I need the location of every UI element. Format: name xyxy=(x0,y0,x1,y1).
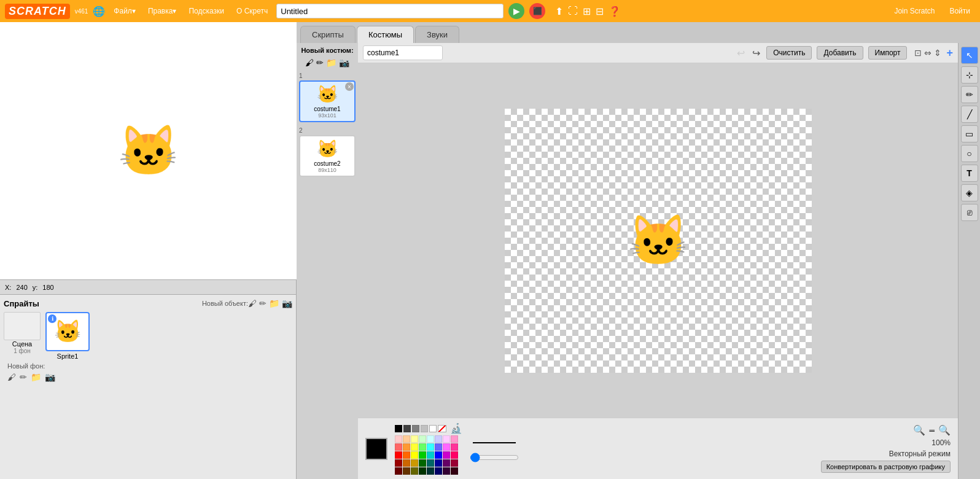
flip-v-icon[interactable]: ⇕ xyxy=(934,48,941,58)
swatch-1-3[interactable] xyxy=(419,443,426,451)
swatch-2-1[interactable] xyxy=(403,451,410,459)
swatch-4-5[interactable] xyxy=(435,467,442,475)
redo-button[interactable]: ↪ xyxy=(751,46,761,60)
swatch-3-4[interactable] xyxy=(427,459,434,467)
swatch-0-5[interactable] xyxy=(435,435,442,443)
rect-tool-button[interactable]: ▭ xyxy=(961,125,978,142)
reshape-tool-button[interactable]: ⊹ xyxy=(961,66,978,84)
eyedropper-button[interactable]: 🔬 xyxy=(450,423,462,434)
tab-sounds[interactable]: Звуки xyxy=(415,26,459,43)
swatch-light[interactable] xyxy=(421,425,428,432)
sprite1-item[interactable]: ℹ 🐱 Sprite1 xyxy=(45,312,90,360)
swatch-2-0[interactable] xyxy=(395,451,402,459)
swatch-4-2[interactable] xyxy=(411,467,418,475)
stage-canvas[interactable]: 🐱 xyxy=(0,22,297,279)
swatch-1-0[interactable] xyxy=(395,443,402,451)
undo-button[interactable]: ↩ xyxy=(736,46,746,60)
swatch-dark[interactable] xyxy=(403,425,411,432)
swatch-4-0[interactable] xyxy=(395,467,402,475)
collapse-icon[interactable]: ⊟ xyxy=(596,6,604,17)
share-icon[interactable]: ⬆ xyxy=(555,6,563,17)
menu-hints[interactable]: Подсказки xyxy=(185,6,228,17)
costume-item-2[interactable]: 2 🐱 costume2 89x110 xyxy=(299,127,356,177)
green-flag-button[interactable]: ▶ xyxy=(508,3,524,19)
costume-item-1[interactable]: 1 × 🐱 costume1 93x101 xyxy=(299,72,356,122)
new-costume-folder-icon[interactable]: 📁 xyxy=(326,58,336,68)
swatch-0-0[interactable] xyxy=(395,435,402,443)
new-bg-folder-icon[interactable]: 📁 xyxy=(31,372,41,382)
clear-button[interactable]: Очистить xyxy=(766,46,812,60)
costume-delete-1[interactable]: × xyxy=(345,82,354,91)
new-costume-camera-icon[interactable]: 📷 xyxy=(339,58,349,68)
scene-item[interactable]: Сцена 1 фон xyxy=(4,312,41,360)
swatch-4-3[interactable] xyxy=(419,467,426,475)
pencil-tool-button[interactable]: ✏ xyxy=(961,86,978,103)
new-costume-paint-icon[interactable]: 🖌 xyxy=(305,58,314,68)
fill-tool-button[interactable]: ◈ xyxy=(961,184,978,201)
expand-icon[interactable]: ⊞ xyxy=(583,6,591,17)
new-bg-edit-icon[interactable]: ✏ xyxy=(20,372,27,382)
swatch-0-1[interactable] xyxy=(403,435,410,443)
zoom-in-button[interactable]: 🔍 xyxy=(938,424,951,436)
stroke-width-slider[interactable] xyxy=(470,453,519,462)
swatch-4-7[interactable] xyxy=(451,467,458,475)
new-sprite-draw-icon[interactable]: 🖌 xyxy=(248,298,257,308)
swatch-2-5[interactable] xyxy=(435,451,442,459)
swatch-4-4[interactable] xyxy=(427,467,434,475)
swatch-1-5[interactable] xyxy=(435,443,442,451)
swatch-0-7[interactable] xyxy=(451,435,458,443)
sprite-info-icon[interactable]: ℹ xyxy=(48,314,56,323)
swatch-1-6[interactable] xyxy=(443,443,450,451)
globe-icon[interactable]: 🌐 xyxy=(93,6,105,17)
menu-edit[interactable]: Правка▾ xyxy=(144,6,181,17)
swatch-1-7[interactable] xyxy=(451,443,458,451)
new-costume-edit-icon[interactable]: ✏ xyxy=(316,58,324,68)
login-button[interactable]: Войти xyxy=(944,5,975,17)
ellipse-tool-button[interactable]: ○ xyxy=(961,145,978,162)
swatch-2-2[interactable] xyxy=(411,451,418,459)
swatch-0-6[interactable] xyxy=(443,435,450,443)
swatch-0-3[interactable] xyxy=(419,435,426,443)
line-tool-button[interactable]: ╱ xyxy=(961,106,978,123)
swatch-black[interactable] xyxy=(395,425,402,432)
swatch-4-6[interactable] xyxy=(443,467,450,475)
swatch-3-3[interactable] xyxy=(419,459,426,467)
zoom-out-button[interactable]: 🔍 xyxy=(913,424,925,436)
new-bg-draw-icon[interactable]: 🖌 xyxy=(7,372,16,382)
swatch-2-7[interactable] xyxy=(451,451,458,459)
swatch-1-1[interactable] xyxy=(403,443,410,451)
stop-button[interactable]: ⬛ xyxy=(529,3,545,19)
new-sprite-folder-icon[interactable]: 📁 xyxy=(269,298,279,308)
costume-name-input[interactable] xyxy=(363,45,443,60)
crop-icon[interactable]: ⊡ xyxy=(914,48,922,58)
new-sprite-camera-icon[interactable]: 📷 xyxy=(282,298,292,308)
swatch-1-4[interactable] xyxy=(427,443,434,451)
project-title-input[interactable] xyxy=(276,4,504,18)
swatch-0-2[interactable] xyxy=(411,435,418,443)
drawing-canvas[interactable]: 🐱 xyxy=(505,109,812,373)
swatch-3-7[interactable] xyxy=(451,459,458,467)
swatch-0-4[interactable] xyxy=(427,435,434,443)
swatch-mid[interactable] xyxy=(412,425,419,432)
text-tool-button[interactable]: T xyxy=(961,165,978,182)
new-sprite-edit-icon[interactable]: ✏ xyxy=(259,298,266,308)
swatch-2-6[interactable] xyxy=(443,451,450,459)
swatch-transparent[interactable] xyxy=(438,425,446,432)
swatch-2-3[interactable] xyxy=(419,451,426,459)
swatch-3-2[interactable] xyxy=(411,459,418,467)
select-tool-button[interactable]: ↖ xyxy=(961,47,978,64)
swatch-3-6[interactable] xyxy=(443,459,450,467)
new-bg-camera-icon[interactable]: 📷 xyxy=(45,372,55,382)
add-layer-icon[interactable]: + xyxy=(946,47,953,60)
help-icon[interactable]: ❓ xyxy=(609,6,621,17)
import-button[interactable]: Импорт xyxy=(868,46,908,60)
swatch-3-5[interactable] xyxy=(435,459,442,467)
eraser-tool-button[interactable]: ⎚ xyxy=(961,204,978,221)
tab-scripts[interactable]: Скрипты xyxy=(300,26,356,43)
tab-costumes[interactable]: Костюмы xyxy=(357,26,414,43)
swatch-1-2[interactable] xyxy=(411,443,418,451)
menu-file[interactable]: Файл▾ xyxy=(110,6,139,17)
fullscreen-icon[interactable]: ⛶ xyxy=(568,6,578,17)
swatch-white[interactable] xyxy=(429,425,437,432)
flip-h-icon[interactable]: ⇔ xyxy=(924,48,931,58)
